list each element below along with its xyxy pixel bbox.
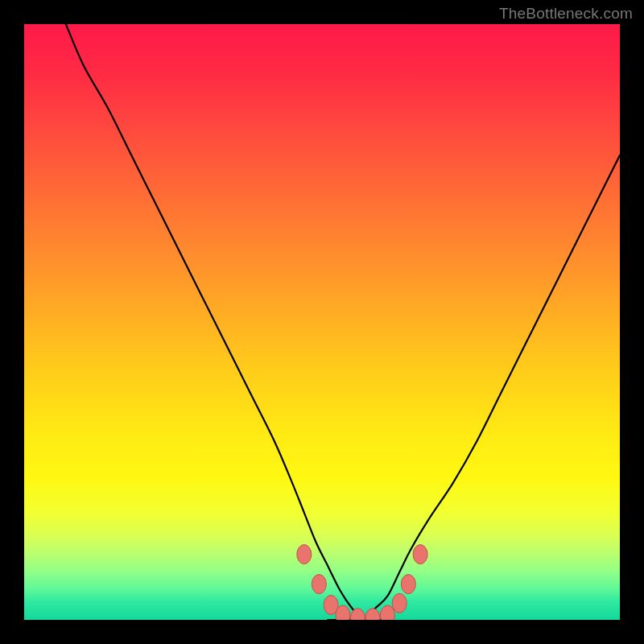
- data-point-marker: [336, 605, 350, 620]
- right-curve: [328, 155, 620, 620]
- data-point-marker: [392, 593, 407, 613]
- left-curve: [66, 24, 388, 620]
- plot-area: [24, 24, 620, 620]
- data-point-marker: [401, 575, 415, 594]
- data-point-marker: [365, 609, 380, 620]
- chart-frame: TheBottleneck.com: [0, 0, 644, 644]
- watermark-text: TheBottleneck.com: [499, 5, 633, 23]
- data-point-marker: [312, 575, 326, 594]
- data-point-marker: [413, 545, 427, 564]
- data-point-marker: [297, 545, 312, 564]
- chart-svg: [24, 24, 620, 620]
